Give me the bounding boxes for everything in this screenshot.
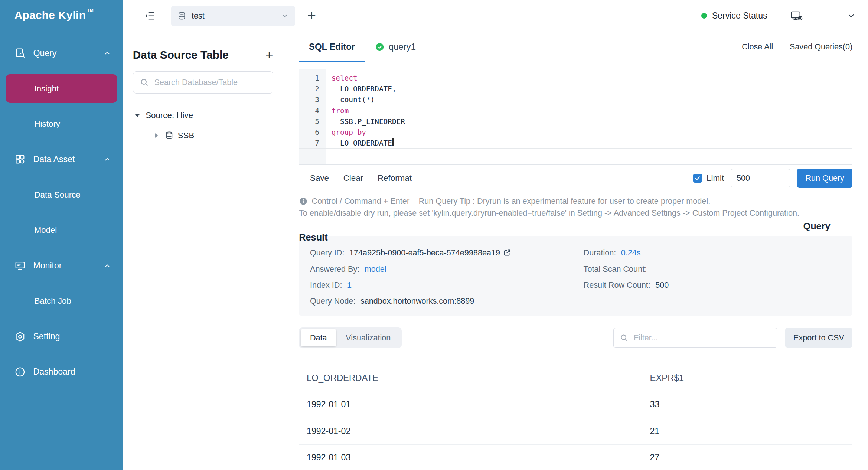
results-section: Results Query ID: 174a925b-0900-eaf5-bec… xyxy=(299,236,852,316)
code-line: 1 select xyxy=(299,73,852,84)
results-table: LO_ORDERDATE EXPR$1 1992-01-01 33 1992-0… xyxy=(299,365,852,470)
tab-label: query1 xyxy=(389,42,416,52)
table-cell: 33 xyxy=(642,391,853,418)
tip-text: Control / Command + Enter = Run Query Ti… xyxy=(311,195,710,207)
sidebar-item-label: Data Asset xyxy=(33,154,75,164)
results-heading: Results xyxy=(299,232,328,244)
run-query-button[interactable]: Run Query xyxy=(797,169,852,188)
line-number: 7 xyxy=(299,138,326,148)
code-line: 4 from xyxy=(299,105,852,116)
sidebar-item-batch-job[interactable]: Batch Job xyxy=(0,283,123,319)
data-source-panel: Data Source Table + Source: Hive xyxy=(123,32,283,470)
datasource-search[interactable] xyxy=(133,71,273,94)
info-icon xyxy=(299,197,308,206)
line-number: 2 xyxy=(299,84,326,94)
line-number: 4 xyxy=(299,105,326,116)
datasource-search-input[interactable] xyxy=(153,77,266,88)
check-circle-icon xyxy=(375,42,384,52)
sidebar-item-label: History xyxy=(34,119,60,129)
code-line: 6 group by xyxy=(299,127,852,138)
add-datasource-icon[interactable]: + xyxy=(265,50,273,60)
index-id-value[interactable]: 1 xyxy=(347,280,352,290)
sidebar-item-data-asset[interactable]: Data Asset xyxy=(0,142,123,177)
collapse-sidebar-icon[interactable] xyxy=(144,10,156,22)
panel-title: Data Source Table xyxy=(133,49,229,61)
sidebar-item-label: Setting xyxy=(33,332,60,342)
code-line: 2 LO_ORDERDATE, xyxy=(299,84,852,94)
code-line: 3 count(*) xyxy=(299,94,852,105)
query-id-field: Query ID: 174a925b-0900-eaf5-beca-574e99… xyxy=(310,245,584,261)
field-label: Query Node: xyxy=(310,296,356,306)
table-row: 1992-01-01 33 xyxy=(299,391,852,418)
service-settings-icon[interactable] xyxy=(790,10,803,22)
search-icon xyxy=(620,334,628,342)
sidebar-item-dashboard[interactable]: Dashboard xyxy=(0,354,123,389)
sidebar-nav: Query Insight History xyxy=(0,32,123,389)
sidebar-item-data-source[interactable]: Data Source xyxy=(0,177,123,212)
limit-checkbox[interactable] xyxy=(693,174,702,183)
code-text: SSB.P_LINEORDER xyxy=(326,116,405,127)
tab-data[interactable]: Data xyxy=(301,329,336,346)
answered-by-value[interactable]: model xyxy=(365,264,386,274)
sidebar-item-setting[interactable]: Setting xyxy=(0,319,123,354)
limit-input[interactable] xyxy=(731,169,790,188)
sidebar-item-label: Model xyxy=(34,225,57,235)
line-number: 1 xyxy=(299,73,326,84)
field-label: Query ID: xyxy=(310,248,344,258)
chevron-down-icon[interactable] xyxy=(846,11,856,20)
sidebar-item-label: Batch Job xyxy=(34,296,71,306)
close-all-button[interactable]: Close All xyxy=(742,42,773,52)
clear-button[interactable]: Clear xyxy=(343,173,363,183)
tab-visualization[interactable]: Visualization xyxy=(336,329,400,346)
index-id-field: Index ID: 1 xyxy=(310,277,584,293)
table-cell: 1992-01-01 xyxy=(299,391,642,418)
tab-sql-editor[interactable]: SQL Editor xyxy=(299,32,365,62)
sidebar-item-query[interactable]: Query xyxy=(0,35,123,71)
sidebar-item-insight[interactable]: Insight xyxy=(6,74,117,103)
run-controls: Limit Run Query xyxy=(693,169,852,188)
project-selector[interactable]: test xyxy=(171,6,295,26)
service-status-dot xyxy=(701,13,707,19)
text-cursor xyxy=(392,138,393,146)
app-root: Apache Kylin TM Query Insight xyxy=(0,0,868,470)
query-icon xyxy=(14,48,26,59)
table-cell: 1992-01-02 xyxy=(299,418,642,444)
export-csv-button[interactable]: Export to CSV xyxy=(785,328,853,348)
saved-queries-button[interactable]: Saved Queries(0) xyxy=(790,42,852,52)
main-column: test + Service Status xyxy=(123,0,868,470)
sql-editor[interactable]: 1 select 2 LO_ORDERDATE, 3 count(*) 4 fr… xyxy=(299,69,852,165)
table-row: 1992-01-03 27 xyxy=(299,444,852,470)
database-icon xyxy=(177,11,186,20)
reformat-button[interactable]: Reformat xyxy=(378,173,412,183)
tree-node-hive[interactable]: Source: Hive xyxy=(133,105,273,125)
table-row: 1992-01-02 21 xyxy=(299,418,852,444)
info-circle-icon xyxy=(14,366,26,378)
sidebar-item-monitor[interactable]: Monitor xyxy=(0,248,123,283)
tab-query1[interactable]: query1 xyxy=(365,32,426,62)
search-icon xyxy=(140,78,149,87)
sidebar-item-model[interactable]: Model xyxy=(0,213,123,248)
sidebar-item-history[interactable]: History xyxy=(0,106,123,141)
monitor-icon xyxy=(14,260,26,271)
sidebar: Apache Kylin TM Query Insight xyxy=(0,0,123,470)
results-filter-input[interactable] xyxy=(633,332,771,343)
caret-right-icon[interactable] xyxy=(152,131,161,140)
duration-value: 0.24s xyxy=(621,248,641,258)
sidebar-item-label: Query xyxy=(33,48,56,58)
results-toolbar: Data Visualization Export to CSV xyxy=(299,327,852,348)
tree-node-label: SSB xyxy=(178,131,195,140)
save-button[interactable]: Save xyxy=(310,173,329,183)
external-link-icon[interactable] xyxy=(503,249,511,257)
caret-down-icon[interactable] xyxy=(133,111,142,120)
service-status-label[interactable]: Service Status xyxy=(712,11,767,21)
table-header-row: LO_ORDERDATE EXPR$1 xyxy=(299,365,852,391)
sidebar-item-label: Insight xyxy=(34,84,59,94)
editor-tabbar: SQL Editor query1 Close All Saved Querie… xyxy=(299,32,852,62)
code-text: select xyxy=(326,73,358,84)
results-filter[interactable] xyxy=(613,328,777,348)
chevron-up-icon xyxy=(103,49,112,58)
add-project-icon[interactable]: + xyxy=(307,10,316,22)
tree-node-ssb[interactable]: SSB xyxy=(133,125,273,146)
field-label: Duration: xyxy=(584,248,616,258)
tip-text: To enable/disable dry run, please set 'k… xyxy=(299,207,799,219)
